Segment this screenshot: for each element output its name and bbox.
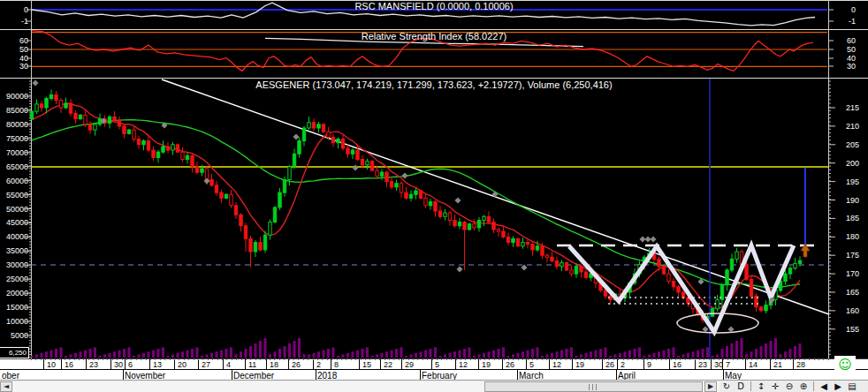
candle-body xyxy=(565,263,567,270)
candle-body xyxy=(302,128,305,141)
pan-icon[interactable]: ✛ xyxy=(768,381,782,392)
volume-bar xyxy=(755,349,758,358)
volume-bar xyxy=(537,347,539,358)
volume-bar xyxy=(560,351,563,358)
candle-body xyxy=(545,255,548,257)
volume-bar xyxy=(103,354,106,358)
candle-body xyxy=(298,141,301,155)
volume-bar xyxy=(439,356,442,358)
day-tick-label: 30 xyxy=(114,360,123,369)
scrollbar-right-arrow[interactable]: ▶ xyxy=(704,381,717,392)
candle-body xyxy=(215,185,217,192)
refresh-icon[interactable]: ↻ xyxy=(720,381,734,392)
day-tick-label: 5 xyxy=(435,360,439,369)
volume-bar xyxy=(799,343,802,358)
volume-bar xyxy=(721,349,724,358)
volume-bar xyxy=(255,343,257,358)
volume-bar xyxy=(410,354,413,358)
volume-bar xyxy=(667,349,670,358)
price-axis-label: 200 xyxy=(846,159,859,168)
candle-body xyxy=(390,182,392,187)
candle-body xyxy=(512,238,514,242)
zoom-out-icon[interactable]: ⊖ xyxy=(782,381,796,392)
volume-bar xyxy=(780,354,782,358)
volume-bar xyxy=(60,347,63,358)
volume-bar xyxy=(327,349,330,358)
day-tick-separator xyxy=(770,359,771,369)
volume-bar xyxy=(415,353,417,358)
candle-body xyxy=(555,261,558,267)
candle-body xyxy=(730,259,733,270)
volume-bar xyxy=(376,354,378,358)
volume-bar xyxy=(663,351,666,358)
volume-bar xyxy=(605,347,607,358)
candle-body xyxy=(385,172,388,182)
candle-body xyxy=(667,274,670,281)
day-tick-separator xyxy=(745,359,746,369)
fit-vertical-icon[interactable]: ↕ xyxy=(754,381,768,392)
day-tick-separator xyxy=(602,359,603,369)
day-tick-separator xyxy=(61,359,62,369)
scrollbar-left-arrow[interactable]: ◄ xyxy=(0,381,12,392)
candle-body xyxy=(551,257,553,260)
candle-body xyxy=(337,139,339,143)
candle-body xyxy=(366,162,369,165)
volume-bar xyxy=(346,353,349,358)
scrollbar-track[interactable]: ▶ xyxy=(12,381,720,392)
candle-body xyxy=(312,123,315,128)
volume-bar xyxy=(614,354,617,358)
pages-icon[interactable]: ▤ xyxy=(845,381,859,392)
volume-bar xyxy=(430,349,432,358)
price-axis-label: 210 xyxy=(846,122,859,131)
candle-body xyxy=(497,230,499,231)
volume-bar xyxy=(473,356,476,358)
price-axis-label: 215 xyxy=(846,103,859,112)
volume-bar xyxy=(784,351,787,358)
volume-bar xyxy=(366,347,369,358)
scroll-left-icon[interactable]: ◀ xyxy=(817,381,831,392)
candle-body xyxy=(745,265,748,280)
zoom-in-icon[interactable]: ⊕ xyxy=(796,381,811,392)
candle-body xyxy=(341,139,344,148)
candle-body xyxy=(283,180,286,193)
month-label: ober xyxy=(2,371,19,380)
day-tick-separator xyxy=(223,359,224,369)
volume-bar xyxy=(148,351,150,358)
day-tick-separator xyxy=(125,359,126,369)
volume-bar xyxy=(123,349,126,358)
candle-body xyxy=(487,216,490,222)
candle-body xyxy=(735,252,738,259)
scrollbar-thumb[interactable] xyxy=(484,381,703,392)
candle-body xyxy=(424,198,427,205)
main-chart-canvas[interactable]: 00-1-16060505040403030900008500080000750… xyxy=(0,0,868,380)
day-tick-separator xyxy=(695,359,696,369)
volume-bar xyxy=(531,349,534,358)
candle-body xyxy=(468,224,470,230)
candle-body xyxy=(580,267,582,272)
day-tick-separator xyxy=(313,359,314,369)
day-tick-separator xyxy=(617,359,618,369)
scroll-right-icon[interactable]: ▶ xyxy=(831,381,845,392)
volume-bar xyxy=(488,351,491,358)
candle-body xyxy=(288,167,291,180)
volume-bar xyxy=(789,349,792,358)
day-tick-separator xyxy=(288,359,289,369)
day-tick-separator xyxy=(198,359,199,369)
volume-bar xyxy=(216,351,218,358)
candle-body xyxy=(759,307,762,311)
day-tick-label: 26 xyxy=(605,360,614,369)
day-tick-separator xyxy=(380,359,381,369)
volume-bar xyxy=(65,356,67,358)
volume-bar xyxy=(735,341,738,358)
candle-body xyxy=(395,184,398,187)
day-tick-separator xyxy=(643,359,644,369)
month-separator xyxy=(723,370,724,380)
volume-bar xyxy=(274,351,277,358)
price-axis-label: 175 xyxy=(846,251,859,260)
candle-body xyxy=(541,246,544,255)
candle-body xyxy=(415,191,417,194)
candle-body xyxy=(195,167,198,172)
day-tick-label: 4 xyxy=(226,360,231,369)
day-tick-label: 18 xyxy=(270,360,278,369)
daily-periodicity-button[interactable]: D xyxy=(734,381,748,392)
